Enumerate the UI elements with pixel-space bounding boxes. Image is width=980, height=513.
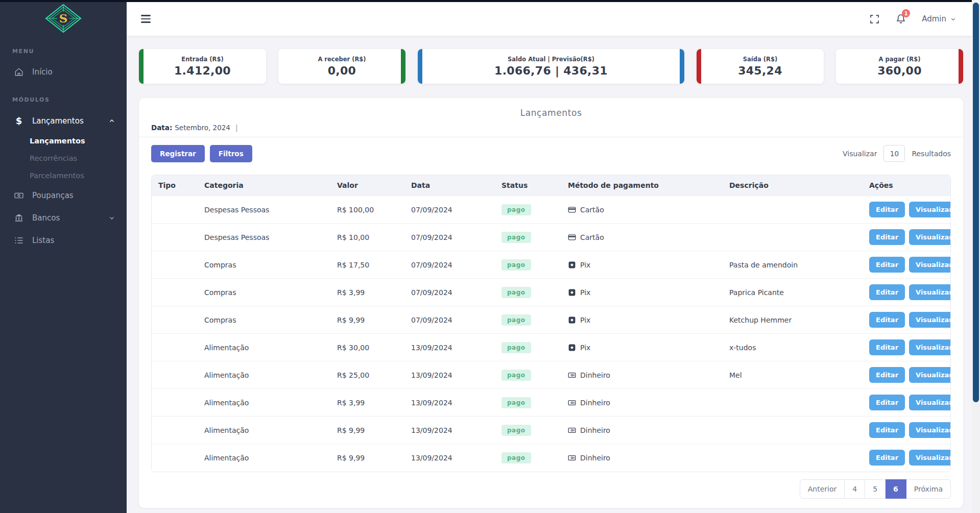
card-accent-bar: [697, 49, 701, 84]
payment-method-label: Dinheiro: [580, 454, 610, 462]
payment-method-label: Dinheiro: [580, 426, 610, 434]
pagination-page-button[interactable]: 5: [865, 479, 886, 499]
cell-valor: R$ 9,99: [337, 454, 411, 462]
cell-valor: R$ 30,00: [337, 344, 411, 352]
cell-metodo: Cartão: [568, 233, 729, 241]
view-button[interactable]: Visualizar: [909, 422, 951, 438]
edit-button[interactable]: Editar: [869, 422, 905, 438]
cell-status: pago: [501, 452, 568, 463]
page-size-input[interactable]: [883, 145, 905, 162]
view-button[interactable]: Visualizar: [909, 395, 951, 410]
edit-button[interactable]: Editar: [869, 229, 905, 245]
cell-metodo: Pix: [568, 261, 729, 269]
scrollbar-track[interactable]: [972, 0, 980, 513]
view-button[interactable]: Visualizar: [909, 284, 951, 300]
view-button[interactable]: Visualizar: [909, 229, 951, 245]
cell-descricao: Mel: [729, 371, 869, 379]
filters-button[interactable]: Filtros: [210, 145, 252, 162]
col-header-tipo: Tipo: [158, 181, 204, 189]
status-badge: pago: [501, 314, 531, 326]
col-header-categoria: Categoria: [204, 181, 337, 189]
card-icon: [568, 206, 576, 214]
view-button[interactable]: Visualizar: [909, 450, 951, 466]
payment-method-label: Cartão: [580, 206, 604, 214]
edit-button[interactable]: Editar: [869, 367, 905, 383]
chevron-up-icon: [108, 117, 115, 125]
status-badge: pago: [501, 452, 531, 463]
table-row: Alimentação R$ 25,00 13/09/2024 pago Din…: [152, 361, 950, 388]
sidebar-item-bancos[interactable]: Bancos: [0, 207, 127, 229]
pix-icon: [568, 316, 576, 324]
cell-data: 13/09/2024: [411, 454, 501, 462]
cell-metodo: Dinheiro: [568, 426, 729, 434]
notifications-bell-icon[interactable]: 1: [895, 13, 906, 25]
view-button[interactable]: Visualizar: [909, 202, 951, 217]
card-label: A pagar (R$): [879, 56, 921, 63]
sidebar-subitem-recorrencias[interactable]: Recorrências: [0, 150, 127, 167]
visualize-label: Visualizar: [843, 150, 877, 158]
sidebar-item-poupancas[interactable]: Poupanças: [0, 184, 127, 207]
payment-method-label: Pix: [580, 344, 590, 352]
results-label: Resultados: [912, 150, 951, 158]
sidebar-subitem-lancamentos[interactable]: Lançamentos: [0, 132, 127, 150]
edit-button[interactable]: Editar: [869, 395, 905, 410]
page-title: Lançamentos: [139, 108, 963, 118]
cell-descricao: Pasta de amendoin: [729, 261, 869, 269]
home-icon: [13, 67, 25, 77]
sidebar-subitem-parcelamentos[interactable]: Parcelamentos: [0, 167, 127, 184]
card-saldo-atual: Saldo Atual | Previsão(R$) 1.066,76 | 43…: [418, 49, 684, 84]
view-button[interactable]: Visualizar: [909, 339, 951, 355]
status-badge: pago: [501, 204, 531, 215]
view-button[interactable]: Visualizar: [909, 312, 951, 328]
cell-metodo: Pix: [568, 316, 729, 324]
pagination-page-button[interactable]: 4: [845, 479, 865, 499]
register-button[interactable]: Registrar: [151, 145, 205, 162]
card-value: 345,24: [738, 64, 782, 77]
cell-acoes: Editar Visualizar: [869, 202, 951, 217]
sidebar-item-lancamentos[interactable]: $ Lançamentos: [0, 109, 127, 132]
payment-method-label: Pix: [580, 261, 590, 269]
card-icon: [568, 233, 576, 241]
cell-valor: R$ 17,50: [337, 261, 411, 269]
cell-acoes: Editar Visualizar: [869, 339, 951, 355]
cell-data: 07/09/2024: [411, 261, 501, 269]
edit-button[interactable]: Editar: [869, 450, 905, 466]
payment-method-label: Pix: [580, 288, 590, 297]
user-menu[interactable]: Admin: [922, 14, 957, 23]
cash-icon: [568, 454, 576, 462]
card-accent-bar: [401, 49, 405, 84]
sidebar-item-listas[interactable]: Listas: [0, 229, 127, 252]
hamburger-menu-icon[interactable]: [141, 15, 151, 22]
fullscreen-icon[interactable]: [869, 14, 880, 25]
pagination-next-button[interactable]: Próxima: [906, 479, 951, 499]
date-line: Data:Setembro, 2024|: [151, 124, 238, 132]
cell-data: 13/09/2024: [411, 344, 501, 352]
edit-button[interactable]: Editar: [869, 284, 905, 300]
edit-button[interactable]: Editar: [869, 312, 905, 328]
view-button[interactable]: Visualizar: [909, 367, 951, 383]
col-header-metodo: Método de pagamento: [568, 181, 729, 189]
cell-status: pago: [501, 314, 568, 326]
cell-metodo: Dinheiro: [568, 399, 729, 407]
sidebar-item-label: Lançamentos: [32, 116, 84, 126]
cell-acoes: Editar Visualizar: [869, 395, 951, 410]
cell-categoria: Despesas Pessoas: [204, 233, 337, 241]
status-badge: pago: [501, 259, 531, 271]
col-header-valor: Valor: [337, 181, 411, 189]
cell-status: pago: [501, 287, 568, 298]
wallet-icon: [13, 190, 25, 201]
cell-metodo: Cartão: [568, 206, 729, 214]
pagination-page-button-active[interactable]: 6: [886, 479, 906, 499]
app-logo[interactable]: S: [0, 2, 127, 35]
edit-button[interactable]: Editar: [869, 339, 905, 355]
sidebar-item-inicio[interactable]: Início: [0, 61, 127, 83]
scrollbar-thumb[interactable]: [973, 3, 979, 402]
view-button[interactable]: Visualizar: [909, 257, 951, 273]
edit-button[interactable]: Editar: [869, 257, 905, 273]
cell-status: pago: [501, 425, 568, 436]
chevron-down-icon: [108, 214, 115, 222]
cell-metodo: Pix: [568, 344, 729, 352]
edit-button[interactable]: Editar: [869, 202, 905, 217]
cell-status: pago: [501, 232, 568, 243]
pagination-prev-button[interactable]: Anterior: [800, 479, 845, 499]
